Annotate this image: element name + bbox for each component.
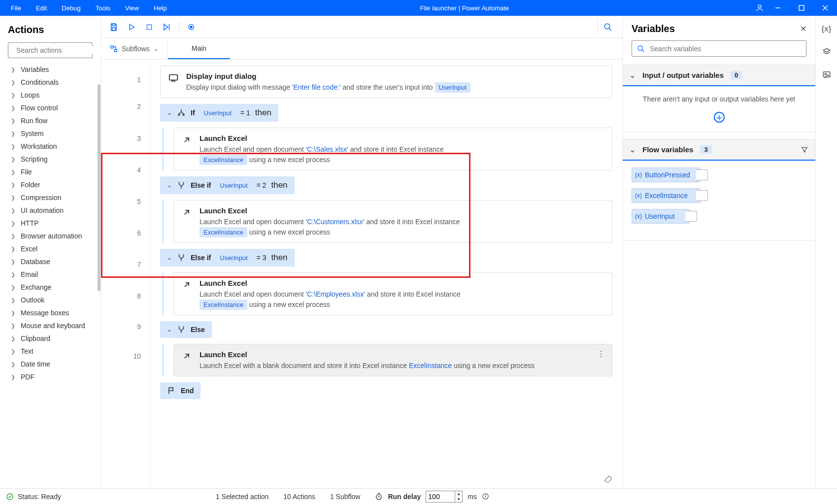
variable-chip[interactable]: (x)UserInput: [632, 209, 690, 224]
actions-item-run-flow[interactable]: ❯Run flow: [0, 114, 100, 127]
actions-item-outlook[interactable]: ❯Outlook: [0, 294, 100, 306]
step-end[interactable]: End: [160, 382, 612, 399]
actions-item-compression[interactable]: ❯Compression: [0, 191, 100, 204]
stop-button[interactable]: [141, 19, 157, 35]
actions-item-folder[interactable]: ❯Folder: [0, 178, 100, 191]
step-else-if-2[interactable]: ⌄ Else if UserInput = 3 then: [160, 249, 612, 267]
run-delay-input[interactable]: [426, 491, 455, 503]
launch-icon: [181, 134, 193, 146]
actions-item-system[interactable]: ❯System: [0, 127, 100, 140]
layers-icon[interactable]: [821, 46, 833, 58]
separator: [179, 21, 179, 34]
minimize-button[interactable]: [766, 0, 790, 16]
actions-item-pdf[interactable]: ❯PDF: [0, 370, 100, 383]
user-badge[interactable]: [755, 3, 764, 12]
variables-icon[interactable]: {x}: [821, 23, 833, 35]
actions-item-clipboard[interactable]: ❯Clipboard: [0, 332, 100, 345]
maximize-button[interactable]: [790, 0, 813, 16]
collapse-icon[interactable]: ⌄: [167, 109, 172, 116]
step-display-input-dialog[interactable]: Display input dialog Display input dialo…: [160, 66, 612, 98]
menu-edit[interactable]: Edit: [29, 2, 54, 14]
close-icon[interactable]: ✕: [800, 24, 806, 34]
scrollbar-thumb[interactable]: [98, 84, 100, 291]
filter-icon[interactable]: [801, 146, 808, 154]
save-button[interactable]: [106, 19, 122, 35]
variable-chip[interactable]: (x)ButtonPressed: [632, 168, 701, 182]
actions-item-message-boxes[interactable]: ❯Message boxes: [0, 306, 100, 319]
actions-item-flow-control[interactable]: ❯Flow control: [0, 101, 100, 114]
svg-point-0: [758, 5, 761, 8]
actions-item-conditionals[interactable]: ❯Conditionals: [0, 76, 100, 89]
spin-buttons[interactable]: ▲▼: [455, 491, 463, 503]
variables-search-input[interactable]: [650, 45, 801, 53]
info-icon[interactable]: [482, 493, 489, 500]
subflows-bar: Subflows ⌄ Main: [101, 38, 622, 60]
actions-item-file[interactable]: ❯File: [0, 166, 100, 178]
step-launch-excel-4[interactable]: Launch Excel Launch Excel with a blank d…: [173, 344, 612, 376]
more-icon[interactable]: ⋮: [597, 349, 605, 359]
chevron-right-icon: ❯: [11, 271, 16, 278]
add-variable-button[interactable]: ＋: [714, 112, 725, 123]
menu-tools[interactable]: Tools: [89, 2, 117, 14]
branch-icon: [177, 253, 186, 262]
actions-item-scripting[interactable]: ❯Scripting: [0, 153, 100, 166]
actions-item-http[interactable]: ❯HTTP: [0, 217, 100, 230]
tab-main[interactable]: Main: [168, 38, 230, 59]
step-else-if-1[interactable]: ⌄ Else if UserInput = 2 then: [160, 176, 612, 194]
actions-item-mouse-keyboard[interactable]: ❯Mouse and keyboard: [0, 319, 100, 332]
close-button[interactable]: [813, 0, 837, 16]
menu-debug[interactable]: Debug: [55, 2, 87, 14]
actions-scrollbar[interactable]: [98, 40, 100, 488]
menu-view[interactable]: View: [118, 2, 146, 14]
step-launch-excel-1[interactable]: Launch Excel Launch Excel and open docum…: [173, 128, 612, 170]
record-button[interactable]: [183, 19, 199, 35]
step-else[interactable]: ⌄ Else: [160, 321, 612, 338]
actions-list[interactable]: ❯Variables ❯Conditionals ❯Loops ❯Flow co…: [0, 63, 100, 488]
svg-point-26: [7, 494, 13, 500]
chevron-right-icon: ❯: [11, 348, 16, 355]
step-launch-excel-3[interactable]: Launch Excel Launch Excel and open docum…: [173, 272, 612, 315]
chevron-down-icon: ⌄: [630, 71, 636, 79]
chevron-right-icon: ❯: [11, 361, 16, 368]
svg-point-14: [190, 26, 192, 28]
actions-item-ui-automation[interactable]: ❯UI automation: [0, 204, 100, 217]
variable-chip[interactable]: (x)ExcelInstance: [632, 188, 701, 203]
io-variables-header[interactable]: ⌄ Input / output variables 0: [623, 65, 815, 85]
actions-item-browser-automation[interactable]: ❯Browser automation: [0, 230, 100, 242]
menu-help[interactable]: Help: [147, 2, 174, 14]
actions-item-loops[interactable]: ❯Loops: [0, 89, 100, 101]
actions-search[interactable]: [8, 42, 93, 58]
collapse-icon[interactable]: ⌄: [167, 182, 172, 189]
variables-search[interactable]: [632, 40, 806, 57]
step-if[interactable]: ⌄ If UserInput = 1 then: [160, 104, 612, 122]
actions-item-text[interactable]: ❯Text: [0, 345, 100, 358]
branch-icon: [177, 108, 186, 117]
eraser-icon[interactable]: [603, 473, 613, 483]
variable-token: UserInput: [435, 82, 470, 93]
flow-workspace[interactable]: 1 2 3 4 5 6 7 8 9 10 Display input dialo…: [101, 60, 622, 488]
collapse-icon[interactable]: ⌄: [167, 326, 172, 333]
flow-variables-header[interactable]: ⌄ Flow variables 3: [623, 139, 815, 160]
svg-point-25: [825, 73, 826, 75]
actions-item-database[interactable]: ❯Database: [0, 255, 100, 268]
actions-title: Actions: [0, 16, 100, 42]
branch-icon: [177, 181, 186, 190]
chevron-right-icon: ❯: [11, 233, 16, 239]
window-controls: [766, 0, 837, 16]
subflows-dropdown[interactable]: Subflows ⌄: [101, 38, 168, 59]
actions-item-variables[interactable]: ❯Variables: [0, 63, 100, 76]
step-button[interactable]: [159, 19, 175, 35]
svg-rect-7: [112, 24, 115, 26]
step-launch-excel-2[interactable]: Launch Excel Launch Excel and open docum…: [173, 200, 612, 243]
actions-item-exchange[interactable]: ❯Exchange: [0, 281, 100, 294]
menu-file[interactable]: File: [4, 2, 28, 14]
actions-item-workstation[interactable]: ❯Workstation: [0, 140, 100, 153]
collapse-icon[interactable]: ⌄: [167, 254, 172, 261]
actions-item-email[interactable]: ❯Email: [0, 268, 100, 281]
image-icon[interactable]: [821, 68, 833, 80]
actions-search-input[interactable]: [16, 46, 102, 54]
run-button[interactable]: [124, 19, 139, 35]
actions-item-excel[interactable]: ❯Excel: [0, 242, 100, 255]
search-flow-button[interactable]: [598, 19, 617, 35]
actions-item-date-time[interactable]: ❯Date time: [0, 358, 100, 370]
